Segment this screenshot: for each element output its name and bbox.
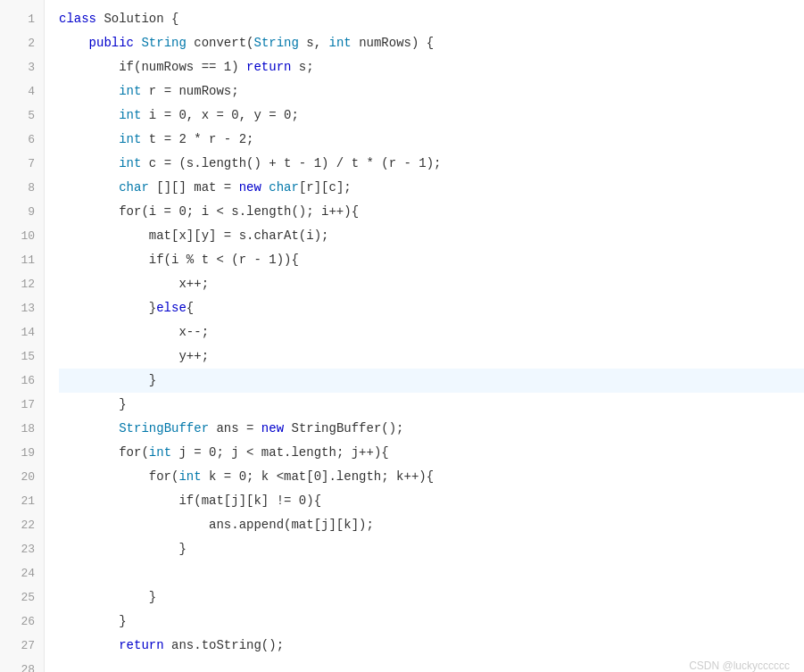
plain-token <box>59 132 119 146</box>
code-line: } <box>59 585 804 610</box>
plain-token: s; <box>291 60 313 74</box>
kw-type-token: char <box>269 180 299 195</box>
code-line: if(i % t < (r - 1)){ <box>59 248 804 272</box>
line-number: 12 <box>0 272 44 296</box>
code-line: } <box>59 369 804 393</box>
line-number: 22 <box>0 513 44 537</box>
plain-token: y++; <box>59 349 209 363</box>
kw-type-token: int <box>119 132 141 146</box>
plain-token: } <box>59 373 156 387</box>
line-number: 23 <box>0 537 44 561</box>
line-number: 26 <box>0 610 44 634</box>
line-number: 28 <box>0 658 44 672</box>
plain-token <box>59 36 89 50</box>
line-number: 8 <box>0 176 44 200</box>
plain-token: j = 0; j < mat.length; j++){ <box>171 445 389 460</box>
plain-token: [r][c]; <box>299 180 352 195</box>
line-number: 21 <box>0 489 44 513</box>
line-number: 7 <box>0 152 44 176</box>
plain-token: t = 2 * r - 2; <box>141 132 253 146</box>
code-line: }else{ <box>59 296 804 320</box>
line-number: 27 <box>0 634 44 658</box>
line-number: 1 <box>0 7 44 31</box>
plain-token: r = numRows; <box>141 84 238 98</box>
plain-token: for( <box>59 469 178 484</box>
kw-token: new <box>261 421 284 436</box>
kw-type-token: int <box>329 36 352 50</box>
line-number: 16 <box>0 369 44 393</box>
plain-token: c = (s.length() + t - 1) / t * (r - 1); <box>141 156 441 170</box>
plain-token <box>59 180 119 195</box>
plain-token: mat[x][y] = s.charAt(i); <box>59 228 328 243</box>
code-line: if(mat[j][k] != 0){ <box>59 489 804 513</box>
line-number: 25 <box>0 585 44 610</box>
line-number: 20 <box>0 465 44 489</box>
code-line: if(numRows == 1) return s; <box>59 55 804 79</box>
plain-token: } <box>59 542 186 556</box>
line-number: 4 <box>0 79 44 104</box>
code-line: for(int j = 0; j < mat.length; j++){ <box>59 441 804 465</box>
kw-type-token: String <box>141 36 186 50</box>
line-number: 19 <box>0 441 44 465</box>
kw-token: else <box>156 301 186 315</box>
plain-token: x--; <box>59 325 209 339</box>
line-number: 2 <box>0 31 44 55</box>
code-line: char [][] mat = new char[r][c]; <box>59 176 804 200</box>
line-number: 18 <box>0 417 44 441</box>
code-line: int i = 0, x = 0, y = 0; <box>59 104 804 128</box>
line-number: 13 <box>0 296 44 320</box>
kw-type-token: char <box>119 180 149 195</box>
plain-token: ans.append(mat[j][k]); <box>59 518 374 532</box>
plain-token <box>59 84 119 98</box>
line-number: 15 <box>0 344 44 369</box>
line-number: 24 <box>0 561 44 585</box>
plain-token <box>59 108 119 122</box>
plain-token: numRows) { <box>352 36 434 50</box>
kw-type-token: int <box>119 108 141 122</box>
code-line: x++; <box>59 272 804 296</box>
code-area[interactable]: class Solution { public String convert(S… <box>45 0 804 672</box>
code-line: x--; <box>59 320 804 344</box>
line-number: 9 <box>0 200 44 224</box>
plain-token: x++; <box>59 277 209 291</box>
plain-token: if(numRows == 1) <box>59 60 246 74</box>
line-number: 6 <box>0 128 44 152</box>
code-line: y++; <box>59 344 804 369</box>
code-line: ans.append(mat[j][k]); <box>59 513 804 537</box>
kw-token: new <box>239 180 261 195</box>
plain-token: k = 0; k <mat[0].length; k++){ <box>202 469 434 484</box>
plain-token: i = 0, x = 0, y = 0; <box>141 108 298 122</box>
kw-type-token: String <box>253 36 298 50</box>
code-line: StringBuffer ans = new StringBuffer(); <box>59 417 804 441</box>
plain-token: convert( <box>186 36 254 50</box>
code-line: public String convert(String s, int numR… <box>59 31 804 55</box>
plain-token: StringBuffer(); <box>284 421 403 436</box>
code-line: for(int k = 0; k <mat[0].length; k++){ <box>59 465 804 489</box>
plain-token <box>59 156 119 170</box>
line-number: 10 <box>0 224 44 248</box>
kw-type-token: StringBuffer <box>119 421 209 436</box>
plain-token: { <box>186 301 194 315</box>
code-line: for(i = 0; i < s.length(); i++){ <box>59 200 804 224</box>
kw-type-token: int <box>119 84 141 98</box>
plain-token: s, <box>299 36 329 50</box>
code-line: } <box>59 393 804 417</box>
code-line: } <box>59 610 804 634</box>
plain-token: if(mat[j][k] != 0){ <box>59 494 321 508</box>
plain-token: } <box>59 397 127 411</box>
line-number: 3 <box>0 55 44 79</box>
plain-token <box>59 638 119 652</box>
line-number: 17 <box>0 393 44 417</box>
plain-token: } <box>59 590 156 604</box>
line-number: 11 <box>0 248 44 272</box>
plain-token: ans = <box>209 421 261 436</box>
kw-token: return <box>119 638 163 652</box>
plain-token: ans.toString(); <box>164 638 284 652</box>
line-numbers: 1234567891011121314151617181920212223242… <box>0 0 45 672</box>
kw-token: class <box>59 12 96 26</box>
code-line <box>59 561 804 585</box>
line-number: 14 <box>0 320 44 344</box>
plain-token: [][] mat = <box>149 180 239 195</box>
code-line: mat[x][y] = s.charAt(i); <box>59 224 804 248</box>
code-line: } <box>59 537 804 561</box>
